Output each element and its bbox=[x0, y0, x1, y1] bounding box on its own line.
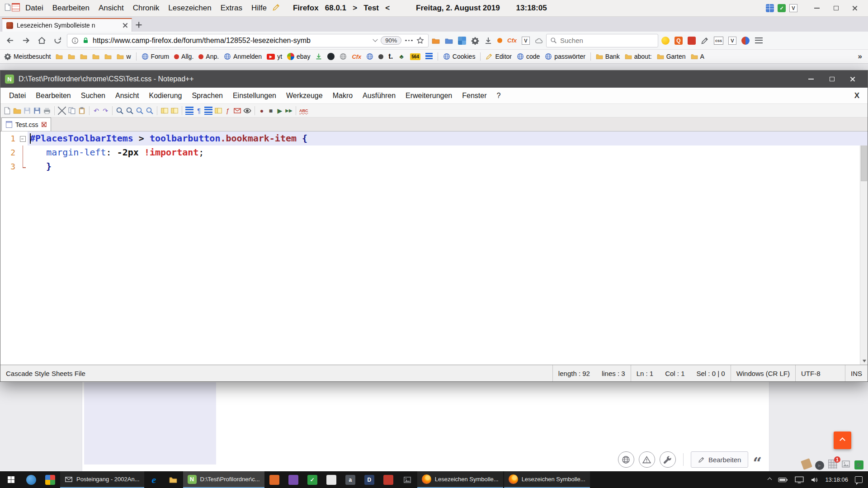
npp-menu-werkzeuge[interactable]: Werkzeuge bbox=[281, 90, 328, 102]
taskbar-icon-button[interactable] bbox=[322, 471, 341, 488]
bookmark-item[interactable] bbox=[340, 53, 347, 60]
bookmark-star-icon[interactable] bbox=[416, 37, 424, 44]
tab-close-icon[interactable] bbox=[42, 122, 47, 127]
folder-icon[interactable] bbox=[13, 107, 21, 115]
post-action-button[interactable] bbox=[660, 451, 676, 468]
start-button[interactable] bbox=[0, 471, 22, 488]
npp-menu-ansicht[interactable]: Ansicht bbox=[110, 90, 144, 102]
vbox-icon[interactable]: V bbox=[728, 37, 736, 45]
func-icon[interactable]: ƒ bbox=[224, 107, 231, 115]
bars-icon[interactable] bbox=[185, 107, 193, 115]
npp-menu-ausfhren[interactable]: Ausführen bbox=[358, 90, 401, 102]
bookmark-item[interactable]: ▶yt bbox=[267, 53, 282, 60]
bookmark-item[interactable]: ♣ bbox=[398, 53, 405, 60]
redo-icon[interactable]: ↷ bbox=[102, 107, 109, 115]
bookmark-item[interactable]: Anmelden bbox=[224, 53, 262, 60]
npp-menu-datei[interactable]: Datei bbox=[4, 90, 31, 102]
code-editor[interactable]: 1#PlacesToolbarItems > toolbarbutton.boo… bbox=[0, 131, 868, 365]
bookmark-item[interactable]: 564 bbox=[410, 53, 420, 60]
bookmark-item[interactable]: Cookies bbox=[443, 53, 476, 60]
taskbar-clock[interactable]: 13:18:06 bbox=[825, 476, 848, 483]
stop-icon[interactable]: ■ bbox=[267, 107, 274, 115]
cfx-icon[interactable]: Cfx bbox=[507, 37, 517, 45]
bookmark-item[interactable]: Anp. bbox=[198, 53, 219, 60]
bookmark-item[interactable] bbox=[315, 53, 322, 60]
taskbar-icon-button[interactable]: D bbox=[360, 471, 379, 488]
bookmark-item[interactable]: Garten bbox=[657, 53, 686, 60]
redbox-icon[interactable] bbox=[688, 37, 696, 45]
notepadpp-titlebar[interactable]: N D:\Test\Profilordner\chrome\CSS\Test.c… bbox=[0, 70, 868, 88]
sheet-icon[interactable] bbox=[3, 107, 11, 115]
menubar-item-hilfe[interactable]: Hilfe bbox=[247, 2, 271, 14]
maximize-button[interactable] bbox=[821, 73, 842, 85]
bookmark-item[interactable] bbox=[92, 53, 99, 60]
qbox-icon[interactable]: Q bbox=[675, 37, 683, 45]
docs-icon[interactable] bbox=[170, 107, 179, 115]
vbox-icon[interactable]: V bbox=[522, 37, 530, 45]
taskbar-icon-button[interactable] bbox=[284, 471, 303, 488]
tray-float-icon[interactable]: 1 bbox=[828, 460, 837, 470]
taskbar-task-button[interactable]: Lesezeichen Symbolle... bbox=[417, 471, 503, 488]
url-text[interactable]: https://www.camp-firefox.de/forum/thema/… bbox=[93, 37, 370, 45]
bookmark-item[interactable] bbox=[68, 53, 75, 60]
bookmark-item[interactable]: about: bbox=[625, 53, 652, 60]
menubar-item-bearbeiten[interactable]: Bearbeiten bbox=[48, 2, 94, 14]
taskbar-icon-button[interactable] bbox=[41, 471, 60, 488]
reload-button[interactable] bbox=[51, 34, 64, 47]
site-info-icon[interactable] bbox=[71, 37, 79, 44]
map-icon[interactable] bbox=[214, 107, 222, 115]
tray-float-icon[interactable] bbox=[841, 460, 850, 470]
copy-icon[interactable] bbox=[68, 107, 76, 115]
bookmark-item[interactable] bbox=[378, 54, 383, 59]
rec-icon[interactable]: ● bbox=[258, 107, 265, 115]
folderorange-icon[interactable] bbox=[432, 37, 440, 45]
menubar-item-extras[interactable]: Extras bbox=[216, 2, 247, 14]
play-icon[interactable]: ▶ bbox=[276, 107, 283, 115]
bookmark-item[interactable]: code bbox=[517, 53, 540, 60]
disk-icon[interactable] bbox=[23, 107, 31, 115]
code-line[interactable]: 2 margin-left: -2px !important; bbox=[0, 145, 868, 160]
insert-mode[interactable]: INS bbox=[845, 365, 868, 381]
npp-menu-[interactable]: ? bbox=[491, 90, 505, 102]
sheetgray-icon[interactable] bbox=[4, 3, 12, 11]
taskbar-icon-button[interactable]: a bbox=[341, 471, 360, 488]
back-button[interactable] bbox=[4, 34, 16, 47]
code-line[interactable]: 1#PlacesToolbarItems > toolbarbutton.boo… bbox=[0, 131, 868, 145]
pencil-icon[interactable] bbox=[701, 37, 709, 45]
new-tab-button[interactable] bbox=[132, 18, 146, 32]
post-action-button[interactable] bbox=[618, 451, 634, 468]
bookmark-item[interactable]: Forum bbox=[142, 53, 169, 60]
calcblue-icon[interactable] bbox=[766, 4, 774, 12]
smiley-icon[interactable] bbox=[661, 37, 670, 45]
playff-icon[interactable]: ▶▶ bbox=[285, 107, 292, 115]
vbox-icon[interactable]: V bbox=[789, 4, 797, 12]
flaggreen-icon[interactable]: ✓ bbox=[778, 4, 786, 12]
menubar-item-lesezeichen[interactable]: Lesezeichen bbox=[164, 2, 216, 14]
menubar-item-chronik[interactable]: Chronik bbox=[128, 2, 164, 14]
fold-margin[interactable] bbox=[19, 131, 28, 145]
npp-menu-bearbeiten[interactable]: Bearbeiten bbox=[31, 90, 75, 102]
gear-icon[interactable] bbox=[471, 37, 479, 45]
gridblue-icon[interactable] bbox=[458, 37, 466, 45]
bookmark-item[interactable]: Allg. bbox=[174, 53, 193, 60]
taskbar-icon-button[interactable] bbox=[265, 471, 284, 488]
zoom-indicator[interactable]: 90% bbox=[381, 36, 401, 45]
close-button[interactable] bbox=[842, 73, 863, 85]
url-dropdown-icon[interactable] bbox=[373, 37, 378, 42]
forward-button[interactable] bbox=[19, 34, 32, 47]
taskbar-icon-button[interactable] bbox=[379, 471, 398, 488]
notification-center-icon[interactable] bbox=[855, 476, 863, 483]
npp-menu-fenster[interactable]: Fenster bbox=[457, 90, 491, 102]
npp-menu-erweiterungen[interactable]: Erweiterungen bbox=[401, 90, 457, 102]
findr-icon[interactable] bbox=[126, 107, 134, 115]
npp-menu-kodierung[interactable]: Kodierung bbox=[144, 90, 187, 102]
npp-menu-sprachen[interactable]: Sprachen bbox=[187, 90, 228, 102]
browser-tab[interactable]: Lesezeichen Symbolleiste n bbox=[2, 18, 132, 32]
bookmark-item[interactable] bbox=[80, 53, 87, 60]
download-icon[interactable] bbox=[484, 37, 492, 45]
taskbar-icon-button[interactable] bbox=[398, 471, 417, 488]
display-icon[interactable] bbox=[795, 476, 804, 483]
scroll-top-button[interactable] bbox=[834, 432, 851, 449]
bookmark-item[interactable]: w bbox=[117, 53, 131, 60]
zin-icon[interactable] bbox=[136, 107, 144, 115]
